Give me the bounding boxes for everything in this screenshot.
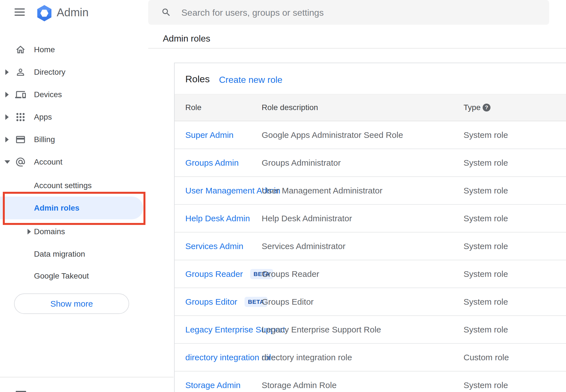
column-header-role: Role <box>185 103 202 112</box>
roles-card: Roles Create new role Role Role descript… <box>174 63 566 392</box>
table-header-row: Role Role description Type ? <box>175 94 566 121</box>
role-description: Help Desk Administrator <box>262 214 352 223</box>
role-link[interactable]: Services Admin <box>185 241 243 251</box>
role-type: System role <box>464 214 508 223</box>
sidebar-item-label: Google Takeout <box>34 272 89 281</box>
sidebar-item-label: Account settings <box>34 181 92 190</box>
partial-icon-bottom <box>16 391 26 392</box>
role-link[interactable]: Groups Reader <box>185 269 243 279</box>
sidebar-item-label: Account <box>34 158 62 167</box>
role-type: System role <box>464 325 508 334</box>
table-row: User Management Admin User Management Ad… <box>175 177 566 205</box>
role-description: Google Apps Administrator Seed Role <box>262 130 403 140</box>
role-type: System role <box>464 297 508 307</box>
role-type: System role <box>464 130 508 140</box>
table-row: directory integration role directory int… <box>175 344 566 372</box>
table-row: Help Desk Admin Help Desk Administrator … <box>175 205 566 233</box>
sidebar-item-label: Devices <box>34 90 62 99</box>
role-link[interactable]: Super Admin <box>185 130 234 140</box>
sidebar-item-devices[interactable]: Devices <box>0 83 143 106</box>
sidebar-item-home[interactable]: Home <box>0 38 143 61</box>
role-type: System role <box>464 241 508 251</box>
sidebar-item-label: Directory <box>34 68 65 77</box>
role-type: System role <box>464 186 508 195</box>
role-link[interactable]: Groups Editor <box>185 297 237 307</box>
person-icon <box>15 67 26 78</box>
role-description: Services Administrator <box>262 241 345 251</box>
sidebar-item-google-takeout[interactable]: Google Takeout <box>0 265 143 287</box>
sidebar-item-billing[interactable]: Billing <box>0 128 143 151</box>
table-row: Services Admin Services Administrator Sy… <box>175 233 566 260</box>
role-description: Groups Reader <box>262 269 319 279</box>
expand-arrow-icon[interactable] <box>5 92 9 97</box>
expand-arrow-icon[interactable] <box>5 114 9 120</box>
role-description: Storage Admin Role <box>262 380 337 390</box>
sidebar-item-admin-roles[interactable]: Admin roles <box>0 197 143 219</box>
sidebar-item-label: Data migration <box>34 250 85 259</box>
table-row: Storage Admin Storage Admin Role System … <box>175 372 566 392</box>
expand-arrow-icon[interactable] <box>5 69 9 75</box>
role-description: Legacy Enterprise Support Role <box>262 325 381 334</box>
expand-arrow-icon[interactable] <box>28 229 31 234</box>
table-row: Legacy Enterprise Support Legacy Enterpr… <box>175 316 566 344</box>
role-description: directory integration role <box>262 353 352 362</box>
show-more-button[interactable]: Show more <box>14 293 129 314</box>
table-row: Groups Reader BETA Groups Reader System … <box>175 260 566 288</box>
home-icon <box>15 44 26 55</box>
role-description: User Management Administrator <box>262 186 382 195</box>
sidebar-divider <box>0 377 174 377</box>
at-sign-icon <box>15 157 26 167</box>
expand-arrow-icon[interactable] <box>5 137 9 142</box>
roles-table-body: Super Admin Google Apps Administrator Se… <box>175 121 566 392</box>
sidebar-item-apps[interactable]: Apps <box>0 106 143 128</box>
search-bar[interactable] <box>148 0 549 25</box>
sidebar-item-data-migration[interactable]: Data migration <box>0 243 143 265</box>
create-new-role-link[interactable]: Create new role <box>219 75 282 85</box>
search-icon <box>161 7 171 17</box>
devices-icon <box>15 89 26 100</box>
table-row: Groups Editor BETA Groups Editor System … <box>175 288 566 316</box>
admin-console-screen: Admin Admin roles Home Directory Devices <box>0 0 566 392</box>
breadcrumb-divider <box>148 48 566 49</box>
collapse-arrow-icon[interactable] <box>4 160 10 164</box>
role-description: Groups Administrator <box>262 158 341 168</box>
role-description: Groups Editor <box>262 297 314 307</box>
credit-card-icon <box>15 134 26 145</box>
column-header-description: Role description <box>262 103 318 112</box>
breadcrumb: Admin roles <box>163 33 210 44</box>
sidebar-item-label: Home <box>34 45 55 54</box>
help-icon[interactable]: ? <box>483 104 490 111</box>
roles-title: Roles <box>185 74 210 85</box>
admin-logo-icon <box>36 5 53 22</box>
role-link[interactable]: Help Desk Admin <box>185 214 250 223</box>
table-row: Super Admin Google Apps Administrator Se… <box>175 121 566 149</box>
sidebar-item-label: Domains <box>34 227 65 236</box>
sidebar-item-label: Admin roles <box>34 204 79 213</box>
search-input[interactable] <box>181 0 541 25</box>
app-title: Admin <box>57 6 88 19</box>
role-type: Custom role <box>464 353 509 362</box>
role-type: System role <box>464 158 508 168</box>
sidebar-item-directory[interactable]: Directory <box>0 61 143 83</box>
role-type: System role <box>464 380 508 390</box>
role-type: System role <box>464 269 508 279</box>
sidebar-item-label: Billing <box>34 135 55 144</box>
sidebar-item-label: Apps <box>34 113 52 122</box>
apps-grid-icon <box>15 112 26 122</box>
table-row: Groups Admin Groups Administrator System… <box>175 149 566 177</box>
role-link[interactable]: Storage Admin <box>185 380 241 390</box>
column-header-type: Type <box>464 103 481 112</box>
menu-hamburger-icon[interactable] <box>15 8 25 16</box>
role-link[interactable]: Groups Admin <box>185 158 239 168</box>
sidebar-item-account[interactable]: Account <box>0 151 143 173</box>
